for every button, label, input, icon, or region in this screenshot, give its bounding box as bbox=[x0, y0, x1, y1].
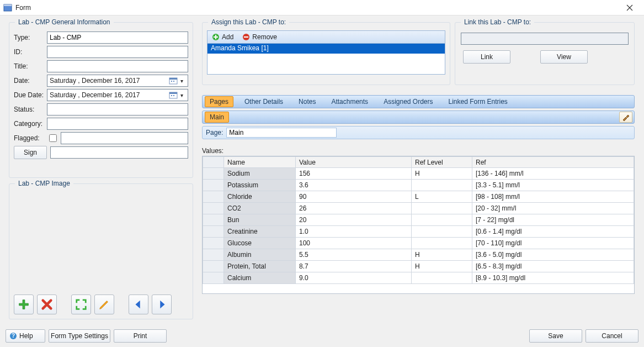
assign-list[interactable]: Amanda Smikea [1] bbox=[207, 44, 445, 75]
edit-image-button[interactable] bbox=[94, 295, 114, 314]
row-selector[interactable] bbox=[203, 203, 224, 214]
cell-reflevel[interactable]: L bbox=[412, 191, 472, 203]
cell-name[interactable]: Bun bbox=[224, 214, 296, 226]
cell-value[interactable]: 100 bbox=[296, 238, 412, 249]
view-button[interactable]: View bbox=[540, 50, 588, 64]
flagged-checkbox[interactable] bbox=[49, 134, 57, 142]
page-name-field[interactable] bbox=[226, 128, 337, 138]
sign-button[interactable]: Sign bbox=[14, 146, 47, 159]
status-select[interactable] bbox=[47, 103, 188, 115]
table-row[interactable]: Protein, Total8.7H[6.5 - 8.3] mg/dl bbox=[203, 261, 634, 272]
col-value[interactable]: Value bbox=[296, 157, 412, 168]
cell-ref[interactable]: [7 - 22] mg/dl bbox=[472, 214, 634, 226]
row-selector[interactable] bbox=[203, 226, 224, 238]
due-date-picker[interactable]: Saturday , December 16, 2017 ▾ bbox=[47, 89, 188, 101]
tab-linked-form-entries[interactable]: Linked Form Entries bbox=[444, 97, 512, 107]
cell-name[interactable]: Protein, Total bbox=[224, 261, 296, 272]
subtab-main[interactable]: Main bbox=[205, 112, 229, 123]
row-selector[interactable] bbox=[203, 238, 224, 249]
cell-name[interactable]: Calcium bbox=[224, 272, 296, 284]
cell-reflevel[interactable] bbox=[412, 214, 472, 226]
cell-ref[interactable]: [70 - 110] mg/dl bbox=[472, 238, 634, 249]
values-scroll[interactable]: Name Value Ref Level Ref Sodium156H[136 … bbox=[203, 156, 634, 293]
table-row[interactable]: Calcium9.0[8.9 - 10.3] mg/dl bbox=[203, 272, 634, 284]
id-field[interactable] bbox=[47, 46, 188, 58]
window-close-button[interactable] bbox=[619, 0, 641, 15]
row-selector[interactable] bbox=[203, 272, 224, 284]
cell-ref[interactable]: [6.5 - 8.3] mg/dl bbox=[472, 261, 634, 272]
cell-reflevel[interactable]: H bbox=[412, 168, 472, 180]
cell-ref[interactable]: [136 - 146] mm/l bbox=[472, 168, 634, 180]
sign-text[interactable] bbox=[50, 146, 188, 159]
table-row[interactable]: Creatinine1.0[0.6 - 1.4] mg/dl bbox=[203, 226, 634, 238]
cell-value[interactable]: 5.5 bbox=[296, 249, 412, 261]
table-row[interactable]: Potassium3.6[3.3 - 5.1] mm/l bbox=[203, 180, 634, 191]
cell-value[interactable]: 9.0 bbox=[296, 272, 412, 284]
tab-attachments[interactable]: Attachments bbox=[327, 97, 372, 107]
row-selector[interactable] bbox=[203, 191, 224, 203]
cell-reflevel[interactable]: H bbox=[412, 249, 472, 261]
row-selector[interactable] bbox=[203, 168, 224, 180]
cell-reflevel[interactable]: H bbox=[412, 261, 472, 272]
type-field[interactable] bbox=[47, 31, 188, 44]
cell-value[interactable]: 90 bbox=[296, 191, 412, 203]
print-button[interactable]: Print bbox=[114, 329, 167, 343]
cell-value[interactable]: 20 bbox=[296, 214, 412, 226]
add-image-button[interactable] bbox=[14, 295, 34, 314]
cell-value[interactable]: 8.7 bbox=[296, 261, 412, 272]
table-row[interactable]: CO226[20 - 32] mm/l bbox=[203, 203, 634, 214]
tab-assigned-orders[interactable]: Assigned Orders bbox=[379, 97, 437, 107]
title-field[interactable] bbox=[47, 60, 188, 72]
help-button[interactable]: ? Help bbox=[6, 329, 45, 343]
fullscreen-button[interactable] bbox=[71, 295, 91, 314]
build-button[interactable] bbox=[619, 112, 632, 123]
table-row[interactable]: Chloride90L[98 - 108] mm/l bbox=[203, 191, 634, 203]
cell-value[interactable]: 26 bbox=[296, 203, 412, 214]
assign-remove-button[interactable]: Remove bbox=[240, 31, 279, 43]
col-ref[interactable]: Ref bbox=[472, 157, 634, 168]
cell-name[interactable]: CO2 bbox=[224, 203, 296, 214]
cell-value[interactable]: 1.0 bbox=[296, 226, 412, 238]
row-selector[interactable] bbox=[203, 214, 224, 226]
table-row[interactable]: Sodium156H[136 - 146] mm/l bbox=[203, 168, 634, 180]
table-row[interactable]: Albumin5.5H[3.6 - 5.0] mg/dl bbox=[203, 249, 634, 261]
save-button[interactable]: Save bbox=[529, 329, 582, 343]
cell-name[interactable]: Glucose bbox=[224, 238, 296, 249]
prev-image-button[interactable] bbox=[129, 295, 148, 314]
assign-list-item[interactable]: Amanda Smikea [1] bbox=[207, 44, 445, 54]
tab-other-details[interactable]: Other Details bbox=[240, 97, 288, 107]
cell-ref[interactable]: [3.3 - 5.1] mm/l bbox=[472, 180, 634, 191]
table-row[interactable]: Glucose100[70 - 110] mg/dl bbox=[203, 238, 634, 249]
assign-add-button[interactable]: Add bbox=[210, 31, 236, 43]
row-selector[interactable] bbox=[203, 249, 224, 261]
next-image-button[interactable] bbox=[152, 295, 172, 314]
cell-reflevel[interactable] bbox=[412, 203, 472, 214]
cell-name[interactable]: Chloride bbox=[224, 191, 296, 203]
cell-ref[interactable]: [8.9 - 10.3] mg/dl bbox=[472, 272, 634, 284]
cell-value[interactable]: 3.6 bbox=[296, 180, 412, 191]
cell-name[interactable]: Creatinine bbox=[224, 226, 296, 238]
cell-reflevel[interactable] bbox=[412, 180, 472, 191]
link-button[interactable]: Link bbox=[463, 50, 510, 64]
cell-value[interactable]: 156 bbox=[296, 168, 412, 180]
cancel-button[interactable]: Cancel bbox=[586, 329, 638, 343]
date-picker[interactable]: Saturday , December 16, 2017 ▾ bbox=[47, 75, 188, 87]
cell-ref[interactable]: [0.6 - 1.4] mg/dl bbox=[472, 226, 634, 238]
cell-name[interactable]: Albumin bbox=[224, 249, 296, 261]
tab-notes[interactable]: Notes bbox=[294, 97, 320, 107]
cell-ref[interactable]: [20 - 32] mm/l bbox=[472, 203, 634, 214]
col-reflevel[interactable]: Ref Level bbox=[412, 157, 472, 168]
cell-reflevel[interactable] bbox=[412, 238, 472, 249]
row-selector[interactable] bbox=[203, 180, 224, 191]
row-selector[interactable] bbox=[203, 261, 224, 272]
cell-ref[interactable]: [98 - 108] mm/l bbox=[472, 191, 634, 203]
tab-pages[interactable]: Pages bbox=[205, 96, 233, 107]
form-type-settings-button[interactable]: Form Type Settings bbox=[49, 329, 110, 343]
category-select[interactable] bbox=[47, 118, 188, 130]
cell-ref[interactable]: [3.6 - 5.0] mg/dl bbox=[472, 249, 634, 261]
delete-image-button[interactable] bbox=[37, 295, 57, 314]
col-name[interactable]: Name bbox=[224, 157, 296, 168]
cell-name[interactable]: Sodium bbox=[224, 168, 296, 180]
cell-reflevel[interactable] bbox=[412, 272, 472, 284]
flagged-text[interactable] bbox=[61, 132, 188, 144]
